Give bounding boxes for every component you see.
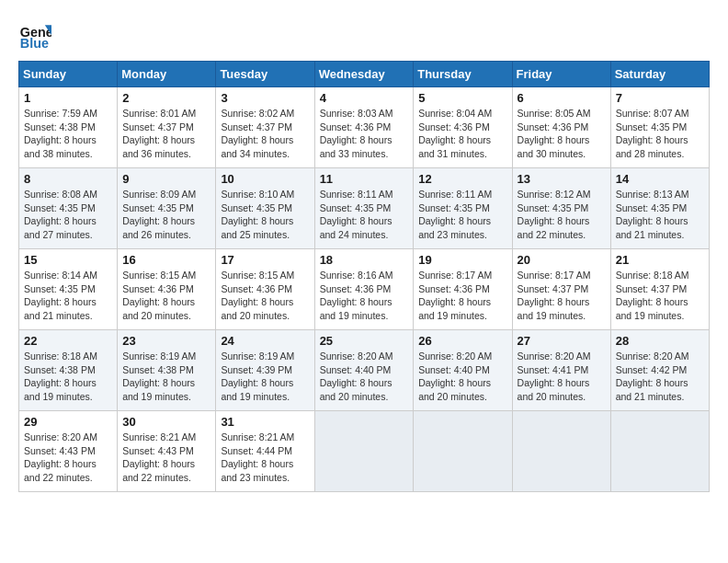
day-cell-27: 27 Sunrise: 8:20 AMSunset: 4:41 PMDaylig…	[512, 330, 610, 411]
day-number: 2	[122, 91, 210, 105]
day-cell-14: 14 Sunrise: 8:13 AMSunset: 4:35 PMDaylig…	[610, 168, 709, 249]
day-number: 5	[418, 91, 506, 105]
day-cell-24: 24 Sunrise: 8:19 AMSunset: 4:39 PMDaylig…	[216, 330, 314, 411]
col-wednesday: Wednesday	[314, 62, 414, 87]
logo-icon: General Blue	[18, 18, 51, 52]
day-number: 21	[616, 253, 704, 267]
day-cell-23: 23 Sunrise: 8:19 AMSunset: 4:38 PMDaylig…	[118, 330, 216, 411]
day-number: 29	[24, 415, 112, 429]
day-number: 1	[24, 91, 112, 105]
day-number: 22	[24, 334, 112, 348]
day-cell-2: 2 Sunrise: 8:01 AMSunset: 4:37 PMDayligh…	[118, 87, 216, 168]
day-info: Sunrise: 8:17 AMSunset: 4:37 PMDaylight:…	[518, 270, 591, 321]
day-info: Sunrise: 8:09 AMSunset: 4:35 PMDaylight:…	[122, 189, 196, 240]
day-cell-28: 28 Sunrise: 8:20 AMSunset: 4:42 PMDaylig…	[610, 330, 709, 411]
day-number: 8	[24, 172, 112, 186]
day-cell-5: 5 Sunrise: 8:04 AMSunset: 4:36 PMDayligh…	[414, 87, 512, 168]
day-number: 3	[221, 91, 309, 105]
day-info: Sunrise: 8:04 AMSunset: 4:36 PMDaylight:…	[418, 108, 492, 159]
day-info: Sunrise: 8:01 AMSunset: 4:37 PMDaylight:…	[122, 108, 196, 159]
day-info: Sunrise: 8:14 AMSunset: 4:35 PMDaylight:…	[24, 270, 97, 321]
day-cell-11: 11 Sunrise: 8:11 AMSunset: 4:35 PMDaylig…	[314, 168, 414, 249]
day-number: 10	[221, 172, 309, 186]
day-info: Sunrise: 8:18 AMSunset: 4:37 PMDaylight:…	[616, 270, 689, 321]
day-cell-16: 16 Sunrise: 8:15 AMSunset: 4:36 PMDaylig…	[118, 249, 216, 330]
empty-cell	[414, 411, 512, 492]
col-monday: Monday	[118, 62, 216, 87]
day-cell-19: 19 Sunrise: 8:17 AMSunset: 4:36 PMDaylig…	[414, 249, 512, 330]
day-info: Sunrise: 8:12 AMSunset: 4:35 PMDaylight:…	[518, 189, 591, 240]
day-cell-15: 15 Sunrise: 8:14 AMSunset: 4:35 PMDaylig…	[19, 249, 118, 330]
day-info: Sunrise: 8:11 AMSunset: 4:35 PMDaylight:…	[320, 189, 393, 240]
day-number: 25	[320, 334, 409, 348]
col-friday: Friday	[512, 62, 610, 87]
day-cell-30: 30 Sunrise: 8:21 AMSunset: 4:43 PMDaylig…	[118, 411, 216, 492]
day-cell-9: 9 Sunrise: 8:09 AMSunset: 4:35 PMDayligh…	[118, 168, 216, 249]
day-number: 24	[221, 334, 309, 348]
day-number: 18	[320, 253, 409, 267]
day-cell-29: 29 Sunrise: 8:20 AMSunset: 4:43 PMDaylig…	[19, 411, 118, 492]
day-info: Sunrise: 8:15 AMSunset: 4:36 PMDaylight:…	[122, 270, 196, 321]
day-number: 13	[518, 172, 606, 186]
day-info: Sunrise: 8:17 AMSunset: 4:36 PMDaylight:…	[418, 270, 492, 321]
logo: General Blue	[18, 18, 55, 52]
day-cell-12: 12 Sunrise: 8:11 AMSunset: 4:35 PMDaylig…	[414, 168, 512, 249]
day-info: Sunrise: 8:07 AMSunset: 4:35 PMDaylight:…	[616, 108, 689, 159]
day-cell-8: 8 Sunrise: 8:08 AMSunset: 4:35 PMDayligh…	[19, 168, 118, 249]
day-number: 23	[122, 334, 210, 348]
calendar-table: Sunday Monday Tuesday Wednesday Thursday…	[18, 61, 710, 492]
day-info: Sunrise: 8:20 AMSunset: 4:41 PMDaylight:…	[518, 350, 591, 402]
day-info: Sunrise: 8:20 AMSunset: 4:43 PMDaylight:…	[24, 431, 97, 483]
week-row-3: 15 Sunrise: 8:14 AMSunset: 4:35 PMDaylig…	[19, 249, 710, 330]
day-info: Sunrise: 8:19 AMSunset: 4:38 PMDaylight:…	[122, 350, 196, 402]
day-cell-7: 7 Sunrise: 8:07 AMSunset: 4:35 PMDayligh…	[610, 87, 709, 168]
day-cell-31: 31 Sunrise: 8:21 AMSunset: 4:44 PMDaylig…	[216, 411, 314, 492]
day-info: Sunrise: 8:20 AMSunset: 4:40 PMDaylight:…	[320, 350, 393, 402]
day-cell-3: 3 Sunrise: 8:02 AMSunset: 4:37 PMDayligh…	[216, 87, 314, 168]
day-cell-21: 21 Sunrise: 8:18 AMSunset: 4:37 PMDaylig…	[610, 249, 709, 330]
col-sunday: Sunday	[19, 62, 118, 87]
day-number: 28	[616, 334, 704, 348]
day-number: 19	[418, 253, 506, 267]
day-number: 14	[616, 172, 704, 186]
day-info: Sunrise: 8:21 AMSunset: 4:43 PMDaylight:…	[122, 431, 196, 483]
day-number: 12	[418, 172, 506, 186]
day-cell-1: 1 Sunrise: 7:59 AMSunset: 4:38 PMDayligh…	[19, 87, 118, 168]
week-row-2: 8 Sunrise: 8:08 AMSunset: 4:35 PMDayligh…	[19, 168, 710, 249]
week-row-1: 1 Sunrise: 7:59 AMSunset: 4:38 PMDayligh…	[19, 87, 710, 168]
empty-cell	[610, 411, 709, 492]
empty-cell	[512, 411, 610, 492]
day-info: Sunrise: 8:20 AMSunset: 4:42 PMDaylight:…	[616, 350, 689, 402]
day-number: 16	[122, 253, 210, 267]
day-info: Sunrise: 8:20 AMSunset: 4:40 PMDaylight:…	[418, 350, 492, 402]
day-info: Sunrise: 8:16 AMSunset: 4:36 PMDaylight:…	[320, 270, 393, 321]
day-number: 9	[122, 172, 210, 186]
day-cell-26: 26 Sunrise: 8:20 AMSunset: 4:40 PMDaylig…	[414, 330, 512, 411]
day-cell-13: 13 Sunrise: 8:12 AMSunset: 4:35 PMDaylig…	[512, 168, 610, 249]
day-info: Sunrise: 8:10 AMSunset: 4:35 PMDaylight:…	[221, 189, 294, 240]
day-cell-17: 17 Sunrise: 8:15 AMSunset: 4:36 PMDaylig…	[216, 249, 314, 330]
day-number: 20	[518, 253, 606, 267]
empty-cell	[314, 411, 414, 492]
day-number: 15	[24, 253, 112, 267]
week-row-5: 29 Sunrise: 8:20 AMSunset: 4:43 PMDaylig…	[19, 411, 710, 492]
col-thursday: Thursday	[414, 62, 512, 87]
day-cell-20: 20 Sunrise: 8:17 AMSunset: 4:37 PMDaylig…	[512, 249, 610, 330]
day-info: Sunrise: 8:21 AMSunset: 4:44 PMDaylight:…	[221, 431, 294, 483]
day-number: 30	[122, 415, 210, 429]
day-number: 6	[518, 91, 606, 105]
day-cell-6: 6 Sunrise: 8:05 AMSunset: 4:36 PMDayligh…	[512, 87, 610, 168]
svg-text:Blue: Blue	[20, 36, 49, 51]
day-cell-4: 4 Sunrise: 8:03 AMSunset: 4:36 PMDayligh…	[314, 87, 414, 168]
day-info: Sunrise: 8:13 AMSunset: 4:35 PMDaylight:…	[616, 189, 689, 240]
day-number: 7	[616, 91, 704, 105]
day-number: 4	[320, 91, 409, 105]
col-tuesday: Tuesday	[216, 62, 314, 87]
day-number: 17	[221, 253, 309, 267]
day-cell-10: 10 Sunrise: 8:10 AMSunset: 4:35 PMDaylig…	[216, 168, 314, 249]
day-info: Sunrise: 8:15 AMSunset: 4:36 PMDaylight:…	[221, 270, 294, 321]
day-info: Sunrise: 8:05 AMSunset: 4:36 PMDaylight:…	[518, 108, 591, 159]
col-saturday: Saturday	[610, 62, 709, 87]
day-cell-25: 25 Sunrise: 8:20 AMSunset: 4:40 PMDaylig…	[314, 330, 414, 411]
day-number: 27	[518, 334, 606, 348]
